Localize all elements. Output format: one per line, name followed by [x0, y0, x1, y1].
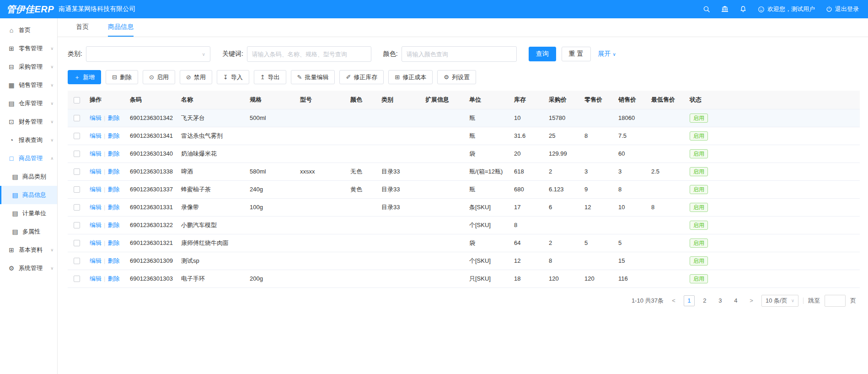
toolbar-button[interactable]: ⊙ 启用: [143, 70, 175, 84]
delete-link[interactable]: 删除: [107, 239, 119, 246]
row-checkbox[interactable]: [74, 222, 80, 228]
keyword-input[interactable]: [247, 46, 371, 62]
edit-link[interactable]: 编辑: [90, 132, 102, 139]
cell-spec: [246, 252, 296, 270]
sidebar-item[interactable]: ▤ 商品类别: [0, 168, 57, 186]
cell-barcode: 6901236301337: [126, 180, 177, 198]
logout-text: 退出登录: [835, 5, 859, 13]
toolbar-button-label: 修正成本: [402, 73, 426, 81]
delete-link[interactable]: 删除: [107, 275, 119, 282]
delete-link[interactable]: 删除: [107, 257, 119, 264]
row-checkbox[interactable]: [74, 168, 80, 175]
cell-purchase-price: 2: [545, 163, 581, 180]
bank-icon[interactable]: [721, 5, 729, 13]
sidebar-item[interactable]: ◔ 报表查询 ∨: [0, 131, 57, 149]
row-checkbox[interactable]: [74, 133, 80, 139]
edit-link[interactable]: 编辑: [90, 275, 102, 282]
reset-button[interactable]: 重 置: [562, 47, 591, 61]
delete-link[interactable]: 删除: [107, 222, 119, 228]
page-number[interactable]: 3: [715, 295, 726, 306]
jump-page-input[interactable]: [825, 295, 846, 307]
page-number[interactable]: 1: [684, 295, 695, 306]
tab[interactable]: 商品信息: [108, 18, 134, 37]
table-row: 编辑|删除 6901236301303 电子手环 200g 只[SKU]: [68, 270, 860, 287]
color-input[interactable]: [402, 46, 517, 62]
edit-link[interactable]: 编辑: [90, 186, 102, 193]
sidebar-item[interactable]: □ 商品管理 ∧: [0, 149, 57, 168]
edit-link[interactable]: 编辑: [90, 168, 102, 175]
toolbar-button[interactable]: ⚙ 列设置: [437, 70, 476, 84]
toolbar-button[interactable]: ↥ 导出: [254, 70, 286, 84]
sidebar-item[interactable]: ▤ 商品信息: [0, 186, 57, 204]
search-icon[interactable]: [703, 5, 710, 13]
edit-link[interactable]: 编辑: [90, 222, 102, 228]
sidebar-item[interactable]: ⊟ 采购管理 ∨: [0, 58, 57, 76]
cell-color: 黄色: [347, 180, 378, 198]
page-size-select[interactable]: 10 条/页 ∨: [761, 295, 798, 307]
welcome-user[interactable]: 欢迎您，测试用户: [758, 5, 815, 13]
cell-extend-info: [422, 180, 466, 198]
toolbar-button[interactable]: ⊞ 修正成本: [388, 70, 433, 84]
sidebar-item-label: 采购管理: [19, 63, 43, 71]
row-checkbox[interactable]: [74, 186, 80, 193]
sidebar-item[interactable]: ⊞ 零售管理 ∨: [0, 39, 57, 58]
edit-link[interactable]: 编辑: [90, 150, 102, 157]
sidebar-item[interactable]: ▤ 多属性: [0, 222, 57, 241]
keyword-label: 关键词:: [222, 50, 243, 58]
cell-color: [347, 252, 378, 270]
search-button[interactable]: 查询: [529, 47, 556, 61]
next-page-button[interactable]: >: [746, 295, 757, 306]
page-number[interactable]: 2: [699, 295, 710, 306]
delete-link[interactable]: 删除: [107, 168, 119, 175]
cell-extend-info: [422, 127, 466, 145]
cell-category: [378, 216, 422, 234]
cell-extend-info: [422, 252, 466, 270]
page-number[interactable]: 4: [730, 295, 741, 306]
cell-extend-info: [422, 216, 466, 234]
cell-status: 启用: [686, 180, 860, 198]
logout-button[interactable]: 退出登录: [826, 5, 859, 13]
sidebar-item[interactable]: ⚙ 系统管理 ∨: [0, 259, 57, 277]
expand-link[interactable]: 展开 ∨: [598, 50, 616, 58]
tab[interactable]: 首页: [76, 18, 89, 37]
toolbar-button[interactable]: ✎ 批量编辑: [291, 70, 335, 84]
delete-link[interactable]: 删除: [107, 114, 119, 121]
sidebar-item[interactable]: ▤ 计量单位: [0, 204, 57, 222]
edit-link[interactable]: 编辑: [90, 239, 102, 246]
delete-link[interactable]: 删除: [107, 150, 119, 157]
row-checkbox[interactable]: [74, 258, 80, 264]
toolbar-button-icon: ✎: [297, 74, 302, 81]
sidebar-item[interactable]: ⊞ 基本资料 ∨: [0, 241, 57, 259]
tab-label: 商品信息: [108, 23, 134, 31]
toolbar-button[interactable]: ↧ 导入: [217, 70, 249, 84]
delete-link[interactable]: 删除: [107, 186, 119, 193]
delete-link[interactable]: 删除: [107, 132, 119, 139]
sidebar-item-icon: ⊟: [8, 63, 15, 70]
sidebar-item[interactable]: ▤ 仓库管理 ∨: [0, 94, 57, 113]
row-checkbox[interactable]: [74, 151, 80, 157]
sidebar-item[interactable]: ▦ 销售管理 ∨: [0, 76, 57, 94]
category-select[interactable]: ∨: [86, 46, 210, 62]
row-checkbox[interactable]: [74, 204, 80, 211]
cell-retail-price: [581, 216, 615, 234]
sidebar-item-icon: □: [8, 155, 15, 162]
bell-icon[interactable]: [739, 5, 747, 13]
cell-extend-info: [422, 270, 466, 287]
cell-color: [347, 127, 378, 145]
edit-link[interactable]: 编辑: [90, 204, 102, 211]
row-checkbox[interactable]: [74, 276, 80, 282]
cell-stock: 680: [510, 180, 545, 198]
delete-link[interactable]: 删除: [107, 204, 119, 211]
row-checkbox[interactable]: [74, 240, 80, 246]
edit-link[interactable]: 编辑: [90, 257, 102, 264]
sidebar-item[interactable]: ⊡ 财务管理 ∨: [0, 113, 57, 131]
row-checkbox[interactable]: [74, 115, 80, 121]
toolbar-button[interactable]: ⊟ 删除: [106, 70, 138, 84]
sidebar-item[interactable]: ⌂ 首页: [0, 21, 57, 39]
toolbar-button[interactable]: ⊘ 禁用: [180, 70, 212, 84]
select-all-checkbox[interactable]: [74, 97, 80, 103]
toolbar-button[interactable]: ＋ 新增: [68, 70, 101, 84]
toolbar-button[interactable]: ✐ 修正库存: [339, 70, 384, 84]
prev-page-button[interactable]: <: [668, 295, 679, 306]
edit-link[interactable]: 编辑: [90, 114, 102, 121]
